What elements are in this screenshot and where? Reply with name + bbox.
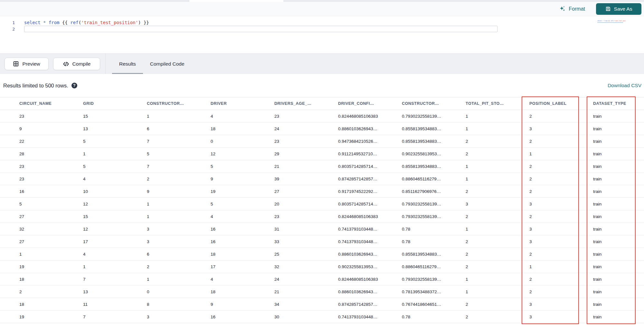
save-as-button[interactable]: Save As	[596, 3, 641, 15]
table-cell: 2	[466, 314, 529, 319]
table-cell: 18	[19, 277, 83, 282]
table-cell: 12	[211, 151, 274, 156]
code-token: 'train_test_position'	[614, 20, 626, 22]
table-cell: 13	[83, 126, 147, 131]
minimap-line: select * from {{ ref('train_test_positio…	[597, 20, 626, 22]
table-cell: 25	[274, 252, 338, 257]
table-cell: 4	[83, 252, 147, 257]
table-cell: 16	[211, 239, 274, 244]
column-header: CONSTRUCTOR…	[147, 101, 211, 106]
tab-compiled-code-label: Compiled Code	[150, 61, 185, 67]
table-cell: 0.7413793103448…	[338, 239, 402, 244]
highlight-box-dataset-type	[587, 96, 636, 324]
table-cell: 0.9112149532710…	[338, 151, 402, 156]
sparkles-icon	[559, 5, 566, 12]
table-cell: 23	[274, 114, 338, 119]
tab-results[interactable]: Results	[112, 54, 143, 74]
table-cell: 17	[83, 239, 147, 244]
table-cell: 23	[19, 114, 83, 119]
table-cell: 21	[274, 164, 338, 169]
table-cell: 0.8742857142857…	[338, 177, 402, 181]
table-cell: 19	[19, 314, 83, 319]
sql-ide-window: Format Save As 1 select * from {{ ref('t…	[0, 0, 644, 328]
table-cell: 5	[211, 202, 274, 206]
tab-compiled-code[interactable]: Compiled Code	[143, 54, 192, 74]
table-cell: 23	[19, 177, 83, 181]
format-button[interactable]: Format	[559, 5, 585, 12]
table-cell: 0.9171974522292…	[338, 189, 402, 194]
table-cell: 2	[466, 151, 529, 156]
compile-button[interactable]: Compile	[53, 58, 100, 70]
table-cell: 1	[83, 264, 147, 269]
table-cell: 22	[19, 139, 83, 144]
table-cell: 24	[274, 277, 338, 282]
table-cell: 7	[147, 139, 211, 144]
tab-results-label: Results	[119, 61, 136, 67]
table-grid-icon	[13, 61, 19, 67]
table-cell: 1	[466, 126, 529, 131]
table-cell: 27	[19, 214, 83, 219]
column-header: DRIVER_CONFI…	[338, 101, 402, 106]
table-cell: 0.824468085106383	[338, 214, 402, 219]
table-cell: 0.9023255813953…	[338, 264, 402, 269]
sql-editor[interactable]: 1 select * from {{ ref('train_test_posit…	[0, 16, 644, 53]
table-cell: 27	[19, 239, 83, 244]
code-token: from	[49, 20, 62, 25]
table-cell: 0.7413793103448…	[338, 314, 402, 319]
table-cell: 1	[147, 214, 211, 219]
column-header: GRID	[83, 101, 147, 106]
table-cell: 1	[466, 114, 529, 119]
table-cell: 1	[83, 151, 147, 156]
code-token: )	[138, 20, 144, 25]
table-cell: 0.78	[402, 239, 466, 244]
table-cell: 20	[274, 202, 338, 206]
column-header: TOTAL_PIT_STO…	[466, 101, 529, 106]
column-header: DRIVER	[211, 101, 274, 106]
help-icon[interactable]: ?	[71, 83, 77, 88]
highlight-box-position-label	[522, 96, 579, 324]
table-cell: 2	[466, 139, 529, 144]
table-cell: 9	[19, 126, 83, 131]
download-csv-link[interactable]: Download CSV	[608, 83, 641, 88]
table-cell: 9	[147, 189, 211, 194]
table-cell: 31	[274, 227, 338, 232]
table-cell: 0.8558139534883…	[402, 164, 466, 169]
table-cell: 5	[83, 164, 147, 169]
table-cell: 0.9473684210526…	[338, 139, 402, 144]
table-cell: 0.9023255813953…	[402, 151, 466, 156]
table-cell: 15	[83, 214, 147, 219]
table-cell: 0.8558139534883…	[402, 139, 466, 144]
table-cell: 4	[211, 214, 274, 219]
table-cell: 3	[466, 202, 529, 206]
editor-minimap[interactable]: select * from {{ ref('train_test_positio…	[597, 20, 626, 23]
table-cell: 0.7674418604651…	[402, 302, 466, 307]
table-cell: 0.8035714285714…	[338, 164, 402, 169]
table-cell: 2	[466, 239, 529, 244]
table-cell: 0.78	[402, 314, 466, 319]
code-icon	[63, 61, 69, 67]
table-cell: 33	[274, 239, 338, 244]
save-as-label: Save As	[614, 6, 632, 12]
column-header: CONSTRUCTOR…	[402, 101, 466, 106]
table-cell: 16	[19, 189, 83, 194]
action-panel: Preview Compile Results Compiled Code	[0, 53, 644, 74]
table-cell: 24	[274, 126, 338, 131]
table-cell: 0.8860465116279…	[402, 177, 466, 181]
table-cell: 7	[83, 277, 147, 282]
table-cell: 0.7930232558139…	[402, 114, 466, 119]
table-cell: 30	[274, 314, 338, 319]
code-token: from	[604, 20, 608, 22]
table-cell: 29	[274, 151, 338, 156]
save-icon	[605, 6, 611, 12]
table-cell: 0.8035714285714…	[338, 202, 402, 206]
preview-button[interactable]: Preview	[5, 58, 49, 70]
table-cell: 1	[466, 277, 529, 282]
table-cell: 23	[274, 214, 338, 219]
column-header: CIRCUIT_NAME	[19, 101, 83, 106]
table-cell: 0.8742857142857…	[338, 302, 402, 307]
active-line-highlight[interactable]	[24, 26, 497, 32]
table-cell: 0.7930232558139…	[402, 202, 466, 206]
table-cell: 3	[147, 227, 211, 232]
table-cell: 9	[211, 177, 274, 181]
table-cell: 39	[274, 177, 338, 181]
